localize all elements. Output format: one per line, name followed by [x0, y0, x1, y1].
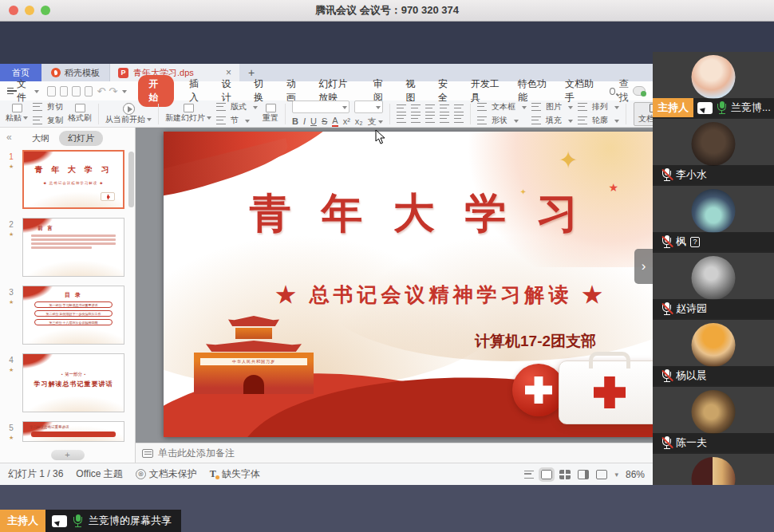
cut-button[interactable]: 剪切 [33, 101, 63, 112]
document-protection-status[interactable]: ⊗ 文档未保护 [136, 467, 197, 481]
ribbon-tab-transition[interactable]: 切换 [254, 77, 269, 104]
participant-tile[interactable]: 陈一夫 [653, 387, 774, 454]
notes-toggle-icon[interactable] [524, 471, 534, 479]
slide-editor[interactable]: ✦ ★ ✦ 青年大学习 ★ 总书记会议精神学习解读 ★ 计算机17-2团支部 [164, 132, 653, 437]
play-from-current-button[interactable]: 从当前开始 [105, 103, 152, 125]
undo-icon[interactable]: ↶ [97, 85, 105, 97]
meeting-window: 腾讯会议 会议号：970 320 374 首页 稻壳模板 P 青年大学习.dps… [0, 0, 774, 532]
font-name-select[interactable] [292, 100, 349, 113]
picture-button[interactable]: 图片 [531, 101, 573, 112]
avatar [692, 323, 736, 367]
bullet-list-icon[interactable] [397, 104, 406, 112]
toolbar-options-icon[interactable] [122, 90, 127, 96]
reading-view-icon[interactable] [578, 470, 589, 479]
redo-icon[interactable]: ↷ [109, 85, 117, 97]
slide-panel: « 大纲 幻灯片 1★ 青 年 大 学 习 ★ 总书记会议精神学习解读 ★ [0, 128, 136, 463]
reset-button[interactable]: 重置 [263, 104, 278, 124]
underline-button[interactable]: U [310, 116, 317, 126]
save-icon[interactable] [47, 86, 56, 97]
panel-scrollbar[interactable] [128, 152, 134, 207]
print-icon[interactable] [72, 86, 81, 97]
outline-tab[interactable]: 大纲 [32, 132, 49, 144]
cloud-sync-icon[interactable] [633, 86, 646, 96]
ribbon-tab-insert[interactable]: 插入 [189, 77, 204, 104]
participant-name: 兰竞博... [731, 100, 771, 115]
zoom-level[interactable]: 86% [626, 469, 645, 480]
ribbon-search[interactable]: 查找 [610, 77, 633, 104]
participant-tile-host[interactable]: 主持人 兰竞博... [653, 52, 774, 119]
print-preview-icon[interactable] [85, 86, 93, 97]
ribbon-tab-features[interactable]: 特色功能 [518, 77, 547, 104]
tiananmen-illustration: 中华人民共和国万岁 [186, 316, 322, 404]
mic-muted-icon [661, 436, 672, 450]
slide-thumbnail-2[interactable]: 2★ 前 言 [22, 218, 135, 277]
new-slide-button[interactable]: 新建幻灯片 [165, 104, 211, 124]
text-direction-icon[interactable] [454, 115, 464, 123]
meeting-title: 腾讯会议 会议号：970 320 374 [0, 3, 774, 18]
italic-button[interactable]: I [303, 116, 306, 126]
section-button[interactable]: 节 [216, 115, 258, 126]
window-titlebar: 腾讯会议 会议号：970 320 374 [0, 0, 774, 22]
numbered-list-icon[interactable] [411, 104, 421, 112]
font-size-select[interactable] [354, 100, 383, 113]
slideshow-icon[interactable] [596, 470, 607, 479]
mic-muted-icon [661, 235, 672, 249]
add-slide-button[interactable]: + [51, 450, 85, 460]
outline-button[interactable]: 轮廓 [578, 115, 619, 126]
text-box-button[interactable]: 文本框 [477, 101, 527, 112]
ribbon-tab-design[interactable]: 设计 [221, 77, 236, 104]
format-painter-button[interactable]: 格式刷 [68, 104, 92, 124]
slide-thumbnail-4[interactable]: 4★ ⋆ 第一部分 ⋆ 学习解读总书记重要讲话 [22, 353, 135, 412]
phonetic-button[interactable]: 支 [368, 116, 383, 128]
participant-tile[interactable]: 李小水 [653, 119, 774, 186]
flame-icon [51, 68, 61, 77]
shapes-button[interactable]: 形状 [477, 115, 527, 126]
fill-button[interactable]: 填充 [531, 115, 573, 126]
ribbon-tab-devtools[interactable]: 开发工具 [471, 77, 500, 104]
close-tab-icon[interactable]: × [226, 67, 231, 78]
participant-tile[interactable]: 枫 ? [653, 186, 774, 253]
line-spacing-icon[interactable] [454, 104, 464, 112]
participant-tile[interactable]: 杨以晨 [653, 320, 774, 387]
superscript-button[interactable]: x² [343, 116, 350, 126]
ribbon-tab-doc-assistant[interactable]: 文档助手 [565, 77, 594, 104]
slide-thumbnail-3[interactable]: 3★ 目 录 第一部分 学习解读总书记重要讲话 第二部分 如何做好下一步疫情防控… [22, 286, 135, 345]
doc-assistant-button[interactable]: 文档助手 [634, 102, 653, 126]
bold-button[interactable]: B [292, 116, 298, 126]
slide-thumbnail-5[interactable]: 5★ 学习解读总书记重要讲话 [22, 421, 135, 442]
file-menu[interactable]: 文件 [7, 77, 39, 104]
zoom-menu-caret[interactable]: ▾ [614, 471, 618, 479]
slides-tab[interactable]: 幻灯片 [59, 131, 103, 146]
align-center-icon[interactable] [411, 115, 421, 123]
slide-canvas: ✦ ★ ✦ 青年大学习 ★ 总书记会议精神学习解读 ★ 计算机17-2团支部 [136, 128, 653, 443]
notes-bar[interactable]: 单击此处添加备注 [136, 443, 653, 463]
next-slide-arrow[interactable]: › [634, 249, 653, 284]
wps-presentation-icon: P [118, 68, 128, 78]
ribbon-tab-security[interactable]: 安全 [438, 77, 453, 104]
ribbon-tab-view[interactable]: 视图 [405, 77, 421, 104]
tab-templates[interactable]: 稻壳模板 [41, 64, 110, 81]
collapse-panel-icon[interactable]: « [6, 132, 12, 143]
layout-button[interactable]: 版式 [216, 101, 258, 112]
increase-indent-icon[interactable] [440, 104, 449, 112]
participant-tile[interactable]: 赵诗园 [653, 253, 774, 320]
participant-tile-partial[interactable] [653, 454, 774, 485]
normal-view-icon[interactable] [541, 470, 552, 479]
align-left-icon[interactable] [397, 115, 406, 123]
slide-sorter-icon[interactable] [559, 470, 571, 479]
export-icon[interactable] [60, 86, 69, 97]
decrease-indent-icon[interactable] [425, 104, 435, 112]
strikethrough-button[interactable]: S [322, 116, 327, 126]
mic-muted-icon [661, 369, 672, 383]
arrange-button[interactable]: 排列 [578, 101, 619, 112]
font-color-button[interactable]: A [332, 116, 338, 127]
theme-name[interactable]: Office 主题 [76, 467, 122, 481]
copy-button[interactable]: 复制 [33, 115, 63, 126]
slide-thumbnail-1[interactable]: 1★ 青 年 大 学 习 ★ 总书记会议精神学习解读 ★ [22, 150, 135, 209]
missing-font-status[interactable]: T 缺失字体 [210, 467, 260, 481]
subscript-button[interactable]: x₂ [355, 116, 363, 126]
justify-icon[interactable] [440, 115, 449, 123]
tab-document-active[interactable]: P 青年大学习.dps × [110, 64, 239, 81]
paste-button[interactable]: 粘贴 [6, 104, 28, 124]
align-right-icon[interactable] [425, 115, 435, 123]
